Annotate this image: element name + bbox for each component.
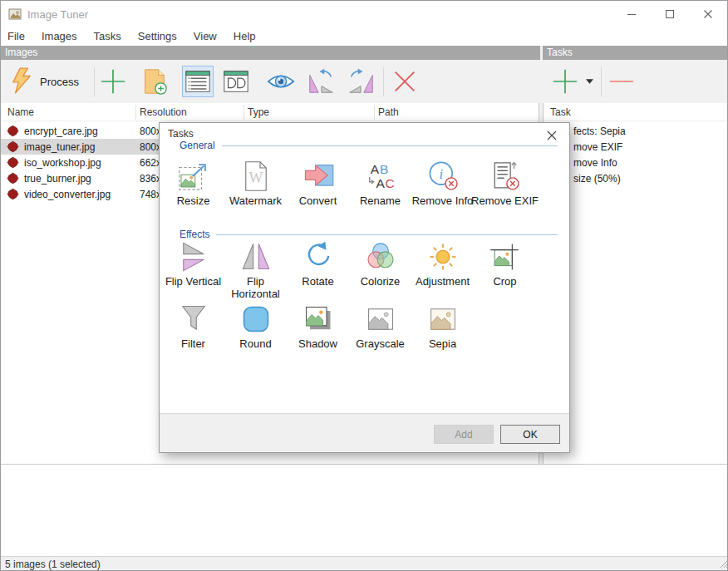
task-item-label: Flip Vertical [165,275,221,288]
task-item-shadow[interactable]: Shadow [287,303,349,350]
task-item-colorize[interactable]: Colorize [349,240,411,300]
column-divider[interactable] [135,105,136,120]
task-item-grayscale[interactable]: Grayscale [349,303,411,350]
images-column-headers: Name Resolution Type Path [1,103,539,121]
task-item-label: Remove EXIF [471,194,539,207]
minimize-button[interactable] [612,1,651,27]
task-row[interactable]: move Info [544,155,728,170]
task-item-label: Shadow [298,337,337,350]
tasks-column-headers: Task [544,103,728,121]
menu-item-view[interactable]: View [185,27,225,46]
shadow-icon [302,303,335,336]
task-item-crop[interactable]: Crop [474,240,536,300]
task-item-convert[interactable]: Convert [287,160,349,207]
column-divider[interactable] [374,105,375,120]
menu-item-settings[interactable]: Settings [130,27,185,46]
task-item-label: Watermark [229,194,282,207]
maximize-icon [665,9,675,19]
thumbnails-view-button[interactable] [220,66,252,97]
task-row[interactable]: size (50%) [544,170,728,186]
task-item-label: Rename [360,194,401,207]
toolbar-separator [94,67,95,96]
jpg-file-icon [7,125,19,137]
process-label: Process [40,76,79,88]
add-button[interactable]: Add [434,425,494,444]
add-folder-icon [140,67,169,96]
task-item-rename[interactable]: ABAC Rename [349,160,411,207]
task-item-watermark[interactable]: W Watermark [224,160,287,207]
maximize-button[interactable] [651,1,689,27]
task-item-label: Resize [177,194,210,207]
menu-item-help[interactable]: Help [225,27,264,46]
task-item-remove-info[interactable]: i Remove Info [411,160,474,207]
task-item-rotate[interactable]: Rotate [287,240,349,300]
status-text: 5 images (1 selected) [5,559,101,570]
column-divider[interactable] [243,105,244,120]
dialog-title: Tasks [168,128,194,140]
column-header-task[interactable]: Task [550,106,571,118]
crop-icon [489,240,522,273]
close-button[interactable] [689,1,727,27]
menu-item-images[interactable]: Images [33,27,86,46]
task-row[interactable]: move EXIF [544,139,728,155]
add-images-button[interactable] [97,66,129,97]
column-header-path[interactable]: Path [378,106,399,118]
window-controls [612,1,727,27]
tasks-list: Task fects: Sepia move EXIF move Info si… [543,103,728,464]
resize-grip[interactable] [720,559,728,571]
rename-icon: ABAC [364,160,397,193]
column-header-name[interactable]: Name [7,106,34,118]
colorize-icon [364,240,397,273]
rotate-icon [302,240,335,273]
task-item-flip-vertical[interactable]: Flip Vertical [162,240,224,300]
column-header-resolution[interactable]: Resolution [140,106,187,118]
task-item-round[interactable]: Round [224,303,287,350]
jpg-file-icon [7,156,19,169]
menu-bar: File Images Tasks Settings View Help [1,27,727,46]
lightning-icon [11,67,32,96]
window-title: Image Tuner [27,8,88,21]
round-corners-icon [239,303,273,336]
add-task-dropdown-button[interactable] [583,66,596,97]
toolbar-separator [601,67,602,96]
task-item-sepia[interactable]: Sepia [411,303,474,350]
task-item-remove-exif[interactable]: Remove EXIF [474,160,536,207]
status-bar: 5 images (1 selected) [1,556,728,571]
task-item-filter[interactable]: Filter [162,303,224,350]
task-item-label: Sepia [429,337,456,350]
thumbnails-view-icon [222,67,250,96]
task-item-adjustment[interactable]: Adjustment [411,240,474,300]
dialog-footer: Add OK [160,413,569,452]
remove-images-button[interactable] [389,66,421,97]
details-view-button[interactable] [182,66,214,97]
ok-button[interactable]: OK [500,425,560,444]
remove-task-button[interactable] [606,66,637,97]
eye-icon [267,67,295,96]
svg-text:A: A [376,176,385,190]
add-folder-button[interactable] [139,66,170,97]
task-item-flip-horizontal[interactable]: Flip Horizontal [224,240,287,300]
rotate-right-icon [347,67,376,96]
group-general-label: General [180,140,222,151]
jpg-file-icon [7,172,19,185]
task-row[interactable]: fects: Sepia [544,123,728,139]
rotate-right-button[interactable] [346,66,377,97]
task-item-label: Crop [493,275,516,288]
task-text: size (50%) [573,173,621,185]
menu-item-file[interactable]: File [7,27,33,46]
add-task-button[interactable] [549,66,581,97]
column-header-type[interactable]: Type [248,106,269,118]
image-name: encrypt_care.jpg [24,126,98,137]
svg-text:W: W [248,170,263,186]
menu-item-tasks[interactable]: Tasks [86,27,130,46]
title-bar: Image Tuner [1,1,727,27]
rotate-left-button[interactable] [305,66,337,97]
toolbar: Process [1,60,727,103]
jpg-file-icon [7,140,19,153]
preview-button[interactable] [265,66,297,97]
toolbar-separator [383,67,384,96]
sepia-icon [426,303,460,336]
process-button[interactable]: Process [6,65,91,98]
rotate-left-icon [307,67,335,96]
task-item-resize[interactable]: Resize [162,160,224,207]
